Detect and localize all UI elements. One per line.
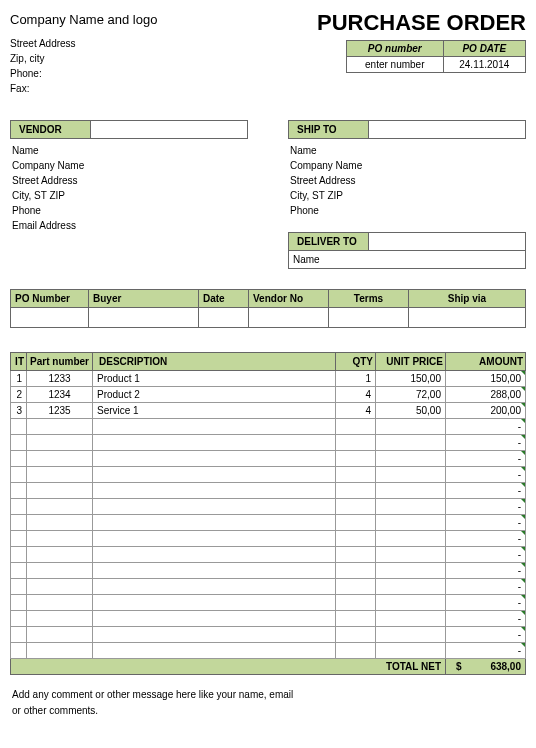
item-cell[interactable] bbox=[376, 626, 446, 642]
item-cell[interactable] bbox=[93, 642, 336, 658]
po-number-value[interactable]: enter number bbox=[347, 57, 444, 73]
item-cell[interactable] bbox=[336, 514, 376, 530]
item-cell[interactable] bbox=[11, 562, 27, 578]
item-cell[interactable] bbox=[93, 578, 336, 594]
item-cell[interactable] bbox=[93, 482, 336, 498]
item-cell[interactable] bbox=[336, 642, 376, 658]
item-cell[interactable] bbox=[27, 466, 93, 482]
item-cell[interactable]: Product 1 bbox=[93, 370, 336, 386]
item-cell[interactable]: - bbox=[446, 642, 526, 658]
item-cell[interactable] bbox=[11, 578, 27, 594]
item-cell[interactable] bbox=[376, 498, 446, 514]
item-cell[interactable]: - bbox=[446, 610, 526, 626]
po-info-cell[interactable] bbox=[89, 307, 199, 327]
item-cell[interactable] bbox=[27, 434, 93, 450]
item-cell[interactable]: - bbox=[446, 594, 526, 610]
item-cell[interactable] bbox=[93, 610, 336, 626]
item-cell[interactable]: 50,00 bbox=[376, 402, 446, 418]
item-cell[interactable]: - bbox=[446, 418, 526, 434]
item-cell[interactable] bbox=[93, 498, 336, 514]
item-cell[interactable] bbox=[336, 418, 376, 434]
item-cell[interactable] bbox=[11, 594, 27, 610]
item-cell[interactable] bbox=[27, 610, 93, 626]
po-info-cell[interactable] bbox=[249, 307, 329, 327]
item-cell[interactable]: Product 2 bbox=[93, 386, 336, 402]
item-cell[interactable] bbox=[93, 626, 336, 642]
item-cell[interactable]: 288,00 bbox=[446, 386, 526, 402]
po-info-cell[interactable] bbox=[11, 307, 89, 327]
item-cell[interactable] bbox=[93, 418, 336, 434]
po-info-cell[interactable] bbox=[199, 307, 249, 327]
item-cell[interactable]: 1 bbox=[11, 370, 27, 386]
po-info-cell[interactable] bbox=[329, 307, 409, 327]
item-cell[interactable]: - bbox=[446, 498, 526, 514]
item-cell[interactable]: 2 bbox=[11, 386, 27, 402]
item-cell[interactable]: Service 1 bbox=[93, 402, 336, 418]
item-cell[interactable] bbox=[11, 626, 27, 642]
item-cell[interactable] bbox=[376, 466, 446, 482]
item-cell[interactable]: 200,00 bbox=[446, 402, 526, 418]
item-cell[interactable] bbox=[93, 514, 336, 530]
item-cell[interactable] bbox=[376, 562, 446, 578]
item-cell[interactable] bbox=[376, 578, 446, 594]
item-cell[interactable] bbox=[27, 482, 93, 498]
item-cell[interactable] bbox=[93, 562, 336, 578]
item-cell[interactable] bbox=[336, 482, 376, 498]
item-cell[interactable]: - bbox=[446, 626, 526, 642]
item-cell[interactable]: 1235 bbox=[27, 402, 93, 418]
item-cell[interactable] bbox=[27, 546, 93, 562]
item-cell[interactable] bbox=[27, 514, 93, 530]
item-cell[interactable] bbox=[27, 594, 93, 610]
item-cell[interactable] bbox=[376, 642, 446, 658]
item-cell[interactable] bbox=[27, 498, 93, 514]
item-cell[interactable] bbox=[11, 546, 27, 562]
item-cell[interactable] bbox=[376, 450, 446, 466]
item-cell[interactable]: 72,00 bbox=[376, 386, 446, 402]
item-cell[interactable]: - bbox=[446, 530, 526, 546]
item-cell[interactable] bbox=[336, 530, 376, 546]
item-cell[interactable] bbox=[336, 610, 376, 626]
item-cell[interactable] bbox=[27, 642, 93, 658]
item-cell[interactable] bbox=[27, 418, 93, 434]
item-cell[interactable] bbox=[93, 546, 336, 562]
item-cell[interactable] bbox=[11, 482, 27, 498]
item-cell[interactable]: - bbox=[446, 482, 526, 498]
item-cell[interactable] bbox=[11, 466, 27, 482]
item-cell[interactable] bbox=[11, 450, 27, 466]
po-date-value[interactable]: 24.11.2014 bbox=[443, 57, 525, 73]
item-cell[interactable] bbox=[336, 466, 376, 482]
item-cell[interactable] bbox=[11, 418, 27, 434]
item-cell[interactable]: - bbox=[446, 546, 526, 562]
item-cell[interactable] bbox=[376, 482, 446, 498]
item-cell[interactable] bbox=[336, 546, 376, 562]
item-cell[interactable] bbox=[376, 594, 446, 610]
item-cell[interactable] bbox=[336, 626, 376, 642]
item-cell[interactable] bbox=[336, 498, 376, 514]
item-cell[interactable]: - bbox=[446, 466, 526, 482]
item-cell[interactable]: - bbox=[446, 450, 526, 466]
po-info-cell[interactable] bbox=[409, 307, 526, 327]
item-cell[interactable] bbox=[336, 578, 376, 594]
item-cell[interactable] bbox=[27, 530, 93, 546]
item-cell[interactable] bbox=[93, 466, 336, 482]
item-cell[interactable] bbox=[336, 434, 376, 450]
item-cell[interactable]: - bbox=[446, 514, 526, 530]
item-cell[interactable]: - bbox=[446, 562, 526, 578]
item-cell[interactable] bbox=[376, 418, 446, 434]
item-cell[interactable] bbox=[376, 610, 446, 626]
item-cell[interactable] bbox=[11, 498, 27, 514]
item-cell[interactable]: - bbox=[446, 578, 526, 594]
item-cell[interactable] bbox=[11, 434, 27, 450]
item-cell[interactable]: 4 bbox=[336, 402, 376, 418]
item-cell[interactable] bbox=[93, 434, 336, 450]
item-cell[interactable] bbox=[11, 514, 27, 530]
item-cell[interactable]: - bbox=[446, 434, 526, 450]
item-cell[interactable] bbox=[27, 450, 93, 466]
item-cell[interactable] bbox=[93, 594, 336, 610]
item-cell[interactable]: 1234 bbox=[27, 386, 93, 402]
item-cell[interactable] bbox=[93, 530, 336, 546]
item-cell[interactable] bbox=[376, 514, 446, 530]
item-cell[interactable] bbox=[336, 562, 376, 578]
item-cell[interactable] bbox=[336, 450, 376, 466]
item-cell[interactable]: 1 bbox=[336, 370, 376, 386]
